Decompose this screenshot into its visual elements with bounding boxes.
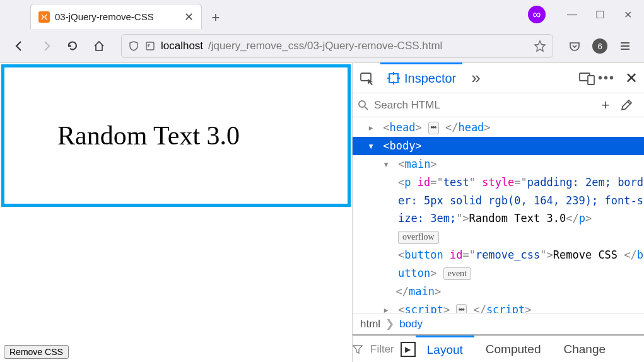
bookmark-icon[interactable] [534,40,546,52]
dom-overflow-pill[interactable]: overflow [353,228,644,246]
dom-tree[interactable]: ▸ <head> ••• </head> ▾ <body> ▾ <main> <… [353,117,644,313]
search-html-bar: + [353,93,644,117]
browser-tab[interactable]: 03-jQuery-remove-CSS ✕ [30,4,202,29]
inspector-icon [387,71,401,85]
back-button[interactable] [9,35,30,57]
url-input[interactable]: localhost/jquery_remove_css/03-jQuery-re… [121,34,553,58]
random-text: Random Text 3.0 [1,64,351,207]
changes-tab[interactable]: Change [553,336,618,363]
xampp-favicon [38,11,50,23]
element-picker-icon[interactable] [356,67,378,89]
svg-rect-3 [389,74,398,83]
forward-button[interactable] [35,35,57,57]
window-controls: ∞ — ☐ ✕ [528,5,640,24]
breadcrumb: html ❯ body [353,313,644,336]
eyedropper-icon[interactable] [620,99,639,112]
devtools-panel: Inspector » ••• ✕ + ▸ <head> ••• </head>… [352,63,644,362]
remove-css-button[interactable]: Remove CSS [4,345,69,359]
shield-icon[interactable] [128,40,139,52]
tab-title: 03-jQuery-remove-CSS [55,11,179,22]
svg-rect-1 [146,42,154,50]
dom-main[interactable]: ▾ <main> [353,155,644,173]
dom-body[interactable]: ▾ <body> [353,137,644,155]
dom-head[interactable]: ▸ <head> ••• </head> [353,119,644,137]
url-path: /jquery_remove_css/03-jQuery-remove-CSS.… [208,40,442,52]
menu-icon[interactable] [615,36,635,56]
filter-label[interactable]: Filter [370,343,394,356]
search-icon [358,100,369,111]
url-host: localhost [161,40,203,52]
browser-chrome: 03-jQuery-remove-CSS ✕ + ∞ — ☐ ✕ localho… [0,0,644,63]
add-node-icon[interactable]: + [596,97,615,114]
tab-close-icon[interactable]: ✕ [184,10,194,24]
toggle-pseudo-icon[interactable]: ▶ [401,342,416,357]
minimize-icon[interactable]: — [559,5,585,24]
address-bar: localhost/jquery_remove_css/03-jQuery-re… [0,29,644,63]
dom-script[interactable]: ▸ <script> ••• </script> [353,301,644,313]
devtools-tabs: Inspector » ••• ✕ [353,63,644,93]
page-content: Random Text 3.0 Remove CSS [0,63,352,362]
svg-line-11 [365,107,368,110]
devtools-menu-icon[interactable]: ••• [598,71,615,85]
close-window-icon[interactable]: ✕ [615,5,640,24]
info-icon[interactable] [144,40,156,52]
search-html-input[interactable] [374,99,591,112]
devtools-close-icon[interactable]: ✕ [625,69,638,87]
layout-tab[interactable]: Layout [416,336,474,362]
pocket-icon[interactable] [565,36,585,56]
reload-button[interactable] [62,35,83,57]
devtools-sidebar-tabs: Filter ▶ Layout Computed Change [353,336,644,362]
crumb-html[interactable]: html [360,318,380,330]
tabs-overflow-icon[interactable]: » [471,68,480,88]
inspector-tab[interactable]: Inspector [380,62,462,93]
svg-rect-0 [40,13,49,21]
filter-icon[interactable] [353,344,370,354]
crumb-body[interactable]: body [399,318,423,330]
inspector-label: Inspector [404,71,456,86]
account-badge[interactable]: 6 [590,36,610,56]
new-tab-button[interactable]: + [204,6,227,29]
maximize-icon[interactable]: ☐ [587,5,612,24]
home-button[interactable] [88,35,110,57]
dom-main-close[interactable]: </main> [353,283,644,301]
extension-icon[interactable]: ∞ [528,6,546,23]
svg-point-10 [359,101,365,107]
svg-rect-9 [588,76,594,85]
computed-tab[interactable]: Computed [474,336,553,363]
dom-p[interactable]: <p id="test" style="padding: 2em; border… [353,173,644,228]
chevron-right-icon: ❯ [385,317,394,330]
dom-button[interactable]: <button id="remove_css">Remove CSS </but… [353,246,644,283]
svg-rect-2 [361,73,371,81]
responsive-icon[interactable] [579,71,595,85]
